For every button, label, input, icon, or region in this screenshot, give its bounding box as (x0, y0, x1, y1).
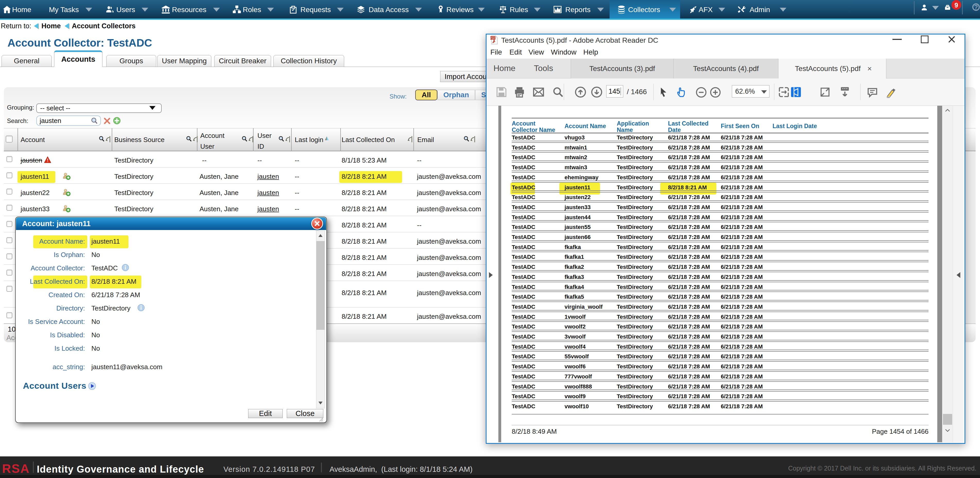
svg-text:PDF: PDF (490, 37, 496, 40)
